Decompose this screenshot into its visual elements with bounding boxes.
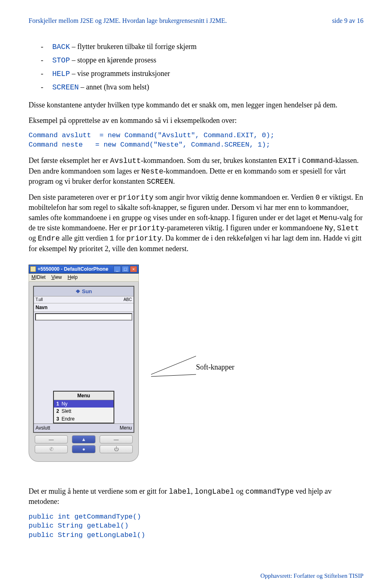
list-item: -HELP – vise programmets instruksjoner xyxy=(41,69,363,79)
screen-body: Menu 1Ny 2Slett 3Endre xyxy=(34,322,134,423)
call-button[interactable]: ✆ xyxy=(35,445,68,453)
status-bar: T.ullABC xyxy=(34,296,134,303)
page-footer: Opphavsrett: Forfatter og Stiftelsen TIS… xyxy=(261,572,363,580)
menu-item-endre[interactable]: 3Endre xyxy=(54,415,114,423)
code-block: public int getCommandType() public Strin… xyxy=(29,512,363,541)
softkey-right[interactable]: Menu xyxy=(120,425,132,431)
header-right: side 9 av 16 xyxy=(332,16,363,25)
bullet-list: -BACK – flytter brukeren tilbake til for… xyxy=(41,42,363,93)
paragraph: Disse konstantene antyder hvilken type k… xyxy=(29,100,363,110)
paragraph: Den siste parameteren over er priority s… xyxy=(29,192,363,254)
softkey-left[interactable]: Avslutt xyxy=(36,425,50,431)
dpad-center[interactable]: ● xyxy=(72,445,96,453)
window-title: +5550000 - DefaultColorPhone xyxy=(38,266,108,272)
svg-line-1 xyxy=(151,374,196,376)
emulator-window: +5550000 - DefaultColorPhone _ □ × MIDle… xyxy=(29,265,139,462)
phone-buttons: — ▲ — ✆ ● ⏻ xyxy=(33,435,134,453)
right-soft-button[interactable]: — xyxy=(100,435,133,443)
menu-item-ny[interactable]: 1Ny xyxy=(54,400,114,408)
page-header: Forskjeller mellom J2SE og J2ME. Hvordan… xyxy=(29,16,363,25)
menu-midlet[interactable]: MIDlet xyxy=(31,274,46,281)
navn-label: Navn xyxy=(34,303,134,312)
menu-title: Menu xyxy=(54,392,114,400)
list-item: -SCREEN – annet (hva som helst) xyxy=(41,82,363,92)
close-button[interactable]: × xyxy=(130,266,137,272)
menubar: MIDlet View Help xyxy=(29,274,139,282)
phone-screen: ❖Sun T.ullABC Navn Menu 1Ny 2Slett 3Endr… xyxy=(33,286,134,433)
emulator-figure: +5550000 - DefaultColorPhone _ □ × MIDle… xyxy=(29,265,363,462)
app-icon xyxy=(30,266,36,272)
left-soft-button[interactable]: — xyxy=(35,435,68,443)
list-item: -BACK – flytter brukeren tilbake til for… xyxy=(41,42,363,52)
titlebar: +5550000 - DefaultColorPhone _ □ × xyxy=(29,265,139,274)
menu-popup: Menu 1Ny 2Slett 3Endre xyxy=(53,391,114,423)
dpad-up[interactable]: ▲ xyxy=(72,435,96,443)
paragraph: Eksempel på opprettelse av en kommando s… xyxy=(29,116,363,125)
menu-help[interactable]: Help xyxy=(68,274,78,281)
menu-item-slett[interactable]: 2Slett xyxy=(54,408,114,415)
softkeys-caption: Soft-knapper xyxy=(196,362,234,372)
phone-body: ❖Sun T.ullABC Navn Menu 1Ny 2Slett 3Endr… xyxy=(29,282,139,462)
softkey-bar: Avslutt Menu xyxy=(34,423,134,432)
sun-icon: ❖ xyxy=(76,288,80,295)
svg-line-0 xyxy=(151,356,196,374)
navn-input[interactable] xyxy=(35,313,132,321)
maximize-button[interactable]: □ xyxy=(122,266,129,272)
paragraph: Det er mulig å hente ut verdiene som er … xyxy=(29,486,363,507)
minimize-button[interactable]: _ xyxy=(114,266,121,272)
menu-view[interactable]: View xyxy=(51,274,62,281)
code-block: Command avslutt = new Command("Avslutt",… xyxy=(29,131,363,150)
screen-brand: ❖Sun xyxy=(34,287,134,297)
paragraph: Det første eksemplet her er Avslutt-komm… xyxy=(29,156,363,187)
list-item: -STOP – stoppe en kjørende prosess xyxy=(41,55,363,65)
header-left: Forskjeller mellom J2SE og J2ME. Hvordan… xyxy=(29,16,227,25)
end-button[interactable]: ⏻ xyxy=(100,445,133,453)
